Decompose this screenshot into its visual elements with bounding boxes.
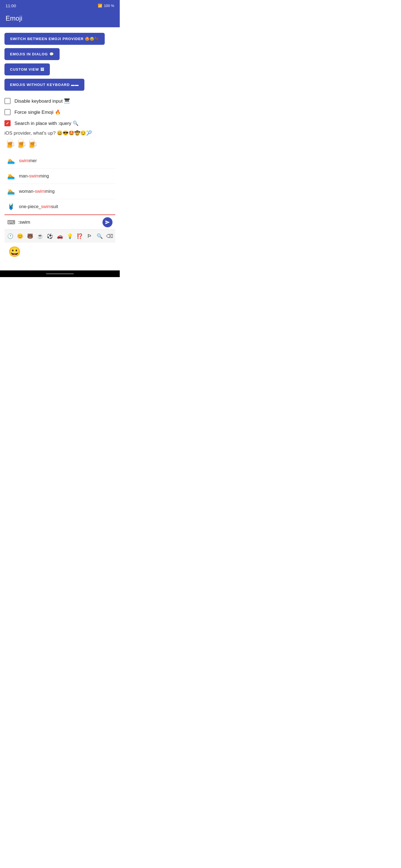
emoji-toolbar: 🕐 😊 🐻 ☕ ⚽ 🚗 💡 ⁉️ 🏳 🔍 ⌫ xyxy=(4,229,115,243)
swim-item-swimsuit[interactable]: 🩱 one-piece_swimsuit xyxy=(4,199,115,215)
beer-emojis: 🍺🍺🍺 xyxy=(4,138,115,149)
toolbar-symbols-button[interactable]: ⁉️ xyxy=(75,231,84,241)
swim-item-man-swimming[interactable]: 🏊 man-swimming xyxy=(4,168,115,184)
status-bar: 11:00 📶 100 % xyxy=(0,0,120,11)
toolbar-travel-button[interactable]: 🚗 xyxy=(55,231,65,241)
toolbar-animals-button[interactable]: 🐻 xyxy=(25,231,35,241)
status-icons: 📶 100 % xyxy=(98,4,114,8)
checkbox-search-in-place-box[interactable] xyxy=(4,120,10,126)
toolbar-smileys-button[interactable]: 😊 xyxy=(16,231,25,241)
toolbar-recent-button[interactable]: 🕐 xyxy=(6,231,15,241)
switch-provider-button[interactable]: SWITCH BETWEEN EMOJI PROVIDER 🤩😂🐂 xyxy=(4,33,105,45)
send-button[interactable] xyxy=(103,217,113,227)
checkbox-force-single-emoji-box[interactable] xyxy=(4,109,10,115)
signal-icon: 📶 xyxy=(98,4,102,8)
toolbar-flags-button[interactable]: 🏳 xyxy=(85,232,94,241)
checkbox-force-single-emoji-label: Force single Emoji 🔥 xyxy=(15,109,61,115)
swim-label-1: swimmer xyxy=(19,158,37,163)
main-content: SWITCH BETWEEN EMOJI PROVIDER 🤩😂🐂 EMOJIS… xyxy=(0,27,120,271)
custom-view-button[interactable]: CUSTOM VIEW 🖼 xyxy=(4,63,50,75)
send-icon xyxy=(105,220,110,225)
keyboard-icon: ⌨ xyxy=(7,219,15,226)
checkbox-search-in-place-label: Search in place with :query 🔍 xyxy=(15,121,79,126)
checkbox-disable-keyboard-box[interactable] xyxy=(4,98,10,104)
swim-label-3: woman-swimming xyxy=(19,189,55,194)
ios-provider-text: iOS provider, what's up? 😀😎🤩🤠😏🎾 xyxy=(4,130,115,136)
swim-emoji-2: 🏊 xyxy=(7,173,15,180)
swim-item-swimmer[interactable]: 🏊 swimmer xyxy=(4,153,115,168)
toolbar-search-button[interactable]: 🔍 xyxy=(95,231,105,241)
checkbox-search-in-place[interactable]: Search in place with :query 🔍 xyxy=(4,119,115,127)
swim-results-list: 🏊 swimmer 🏊 man-swimming 🏊 woman-swimmin… xyxy=(4,153,115,215)
bottom-nav-bar xyxy=(0,271,120,277)
status-time: 11:00 xyxy=(6,3,16,8)
swim-emoji-1: 🏊 xyxy=(7,157,15,164)
recent-emoji-grinning[interactable]: 😀 xyxy=(8,246,21,257)
swim-label-2: man-swimming xyxy=(19,174,49,179)
emoji-search-input[interactable] xyxy=(18,219,100,225)
toolbar-objects-button[interactable]: 💡 xyxy=(65,231,75,241)
checkbox-disable-keyboard-label: Disable keyboard input 🎹 xyxy=(15,98,70,104)
recent-emoji-area: 😀 xyxy=(4,243,115,265)
swim-emoji-4: 🩱 xyxy=(7,203,15,210)
emojis-dialog-button[interactable]: EMOJIS IN DIALOG 💬 xyxy=(4,48,60,60)
emojis-keyboard-button[interactable]: EMOJIS WITHOUT KEYBOARD ▬▬ xyxy=(4,79,84,91)
battery-icon: 100 % xyxy=(104,4,114,8)
checkbox-force-single-emoji[interactable]: Force single Emoji 🔥 xyxy=(4,108,115,116)
home-indicator xyxy=(46,273,74,274)
toolbar-food-button[interactable]: ☕ xyxy=(35,231,45,241)
input-bar: ⌨ xyxy=(4,215,115,229)
checkbox-disable-keyboard[interactable]: Disable keyboard input 🎹 xyxy=(4,97,115,105)
swim-emoji-3: 🏊 xyxy=(7,188,15,195)
swim-label-4: one-piece_swimsuit xyxy=(19,204,58,209)
toolbar-delete-button[interactable]: ⌫ xyxy=(105,231,114,241)
page-title: Emoji xyxy=(6,14,22,22)
swim-item-woman-swimming[interactable]: 🏊 woman-swimming xyxy=(4,184,115,199)
toolbar-sports-button[interactable]: ⚽ xyxy=(46,231,55,241)
app-header: Emoji xyxy=(0,11,120,27)
